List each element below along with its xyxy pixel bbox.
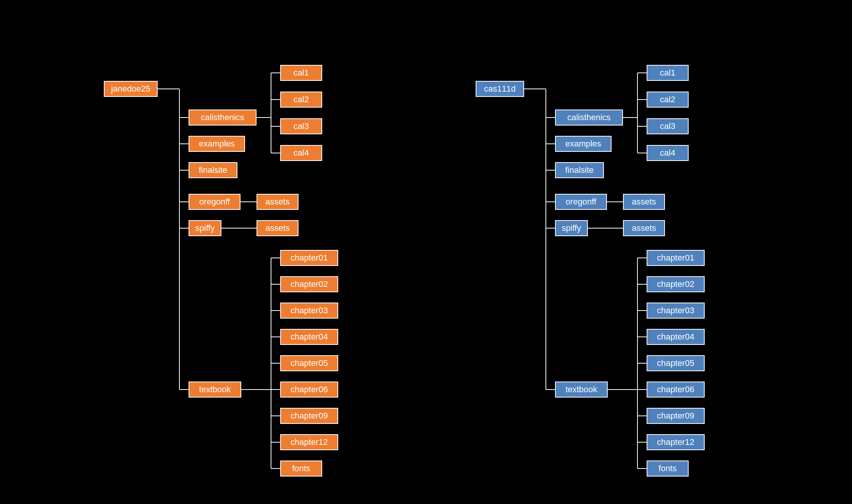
tree-leaf: assets <box>257 194 299 210</box>
tree-node: examples <box>555 136 612 152</box>
tree-leaf: assets <box>623 220 665 236</box>
tree-leaf: chapter09 <box>647 408 705 424</box>
tree-node: examples <box>189 136 245 152</box>
tree-node: finalsite <box>189 162 237 178</box>
tree-leaf: cal3 <box>280 118 322 134</box>
tree-leaf: chapter04 <box>280 329 338 345</box>
tree-node: finalsite <box>555 162 604 178</box>
tree-leaf: assets <box>257 220 299 236</box>
tree-node: textbook <box>555 382 608 398</box>
diagram-stage: janedoe25 calisthenics examples finalsit… <box>0 0 852 504</box>
tree-node: oregonff <box>555 194 607 210</box>
tree-root: janedoe25 <box>104 81 158 97</box>
tree-leaf: cal3 <box>647 118 689 134</box>
tree-leaf: chapter09 <box>280 408 338 424</box>
tree-node: calisthenics <box>189 109 257 126</box>
tree-node: spiffy <box>189 220 221 236</box>
tree-leaf: cal4 <box>647 145 689 161</box>
tree-leaf: cal2 <box>647 92 689 108</box>
tree-leaf: chapter06 <box>647 382 705 398</box>
tree-leaf: cal1 <box>647 65 689 81</box>
tree-root: cas111d <box>476 81 524 97</box>
tree-node: oregonff <box>189 194 240 210</box>
tree-leaf: cal2 <box>280 92 322 108</box>
tree-leaf: cal1 <box>280 65 322 81</box>
tree-leaf: cal4 <box>280 145 322 161</box>
tree-leaf: assets <box>623 194 665 210</box>
tree-leaf: chapter01 <box>280 250 338 266</box>
tree-leaf: chapter05 <box>647 355 705 371</box>
tree-leaf: chapter12 <box>280 434 338 450</box>
tree-node: spiffy <box>555 220 588 236</box>
tree-leaf: fonts <box>280 461 322 477</box>
tree-leaf: chapter03 <box>647 303 705 319</box>
tree-leaf: chapter06 <box>280 382 338 398</box>
tree-leaf: chapter02 <box>280 276 338 292</box>
tree-leaf: chapter05 <box>280 355 338 371</box>
tree-leaf: fonts <box>647 461 689 477</box>
tree-leaf: chapter04 <box>647 329 705 345</box>
tree-node: textbook <box>189 382 241 398</box>
tree-leaf: chapter01 <box>647 250 705 266</box>
tree-leaf: chapter03 <box>280 303 338 319</box>
tree-leaf: chapter12 <box>647 434 705 450</box>
connector-lines <box>0 0 852 504</box>
tree-node: calisthenics <box>555 109 623 126</box>
tree-leaf: chapter02 <box>647 276 705 292</box>
